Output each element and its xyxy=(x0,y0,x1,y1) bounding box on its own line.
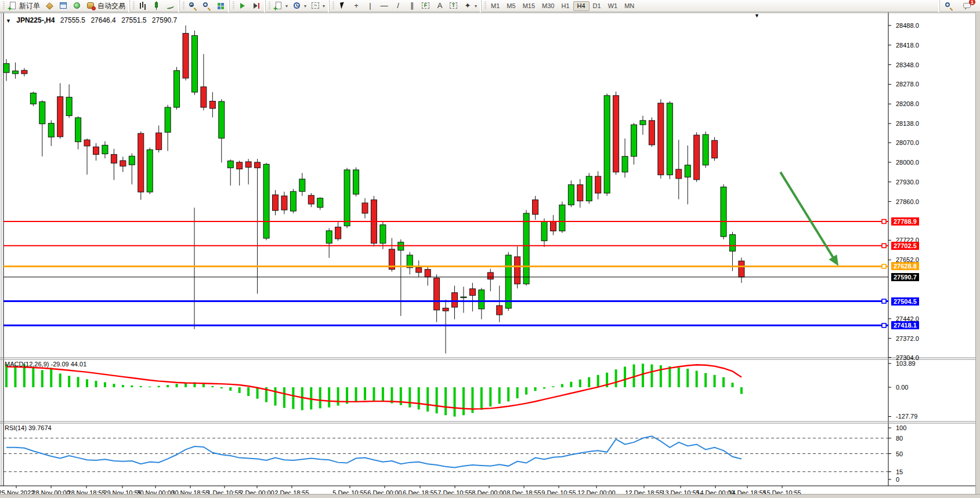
tile-windows-button[interactable] xyxy=(214,1,227,12)
y-axis-tick-label: 28278.0 xyxy=(896,81,919,88)
timeframe-button-w1[interactable]: W1 xyxy=(605,1,621,11)
rsi-axis-tick-label: 100 xyxy=(896,424,906,431)
macd-axis-tick-label: 103.89 xyxy=(896,360,916,367)
crosshair-button[interactable]: + xyxy=(349,1,363,12)
cursor-button[interactable] xyxy=(335,1,349,12)
main-toolbar: +新订单自动交易+-+▾▾~▾+|—/∥FAT✦▾M1M5M15M30H1H4D… xyxy=(0,0,980,12)
candle-body xyxy=(533,200,538,215)
text-button[interactable]: A xyxy=(433,1,447,12)
candle-body xyxy=(219,101,225,138)
new-chart-button[interactable]: +▾ xyxy=(272,1,290,12)
timeframe-button-m1[interactable]: M1 xyxy=(487,1,503,11)
support-line-1-handle[interactable] xyxy=(882,299,886,303)
chart-shift-marker[interactable]: ▼ xyxy=(754,13,760,19)
price-chart-canvas[interactable] xyxy=(0,12,980,498)
candle-body xyxy=(138,133,144,192)
bar-chart-button[interactable] xyxy=(136,1,150,12)
chart-shift-button[interactable] xyxy=(249,1,263,12)
window-edge-bottom xyxy=(0,494,980,498)
macd-histogram-bar xyxy=(50,368,52,387)
new-order-button[interactable]: +新订单 xyxy=(6,1,42,12)
trendline-button[interactable]: / xyxy=(391,1,405,12)
zoom-in-button[interactable]: + xyxy=(186,1,200,12)
candle-body xyxy=(156,133,162,150)
candle-body xyxy=(541,221,547,241)
timeframe-button-h1[interactable]: H1 xyxy=(558,1,573,11)
horizontal-line-icon: — xyxy=(379,1,389,10)
macd-histogram-bar xyxy=(686,369,689,387)
macd-histogram-bar xyxy=(704,373,707,387)
timeframe-button-d1[interactable]: D1 xyxy=(590,1,605,11)
candlestick-chart-button[interactable] xyxy=(150,1,164,12)
timeframe-button-m30[interactable]: M30 xyxy=(538,1,558,11)
rsi-axis-tick-label: 80 xyxy=(896,435,903,442)
data-window-button[interactable] xyxy=(56,1,70,12)
indicators-button[interactable]: ~▾ xyxy=(309,1,327,12)
timeframe-button-m15[interactable]: M15 xyxy=(519,1,538,11)
zoom-in-icon: + xyxy=(188,1,197,10)
cursor-icon xyxy=(338,1,347,10)
text-label-button[interactable]: T xyxy=(447,1,461,12)
chart-window[interactable]: ▼ JPN225-,H4 27555.5 27646.4 27551.5 275… xyxy=(0,12,980,498)
equidistant-channel-icon: ∥ xyxy=(407,1,417,10)
macd-histogram-bar xyxy=(579,380,581,387)
candle-body xyxy=(676,169,682,179)
arrows-button[interactable]: ✦▾ xyxy=(461,1,479,12)
macd-histogram-bar xyxy=(570,382,572,387)
equidistant-channel-button[interactable]: ∥ xyxy=(405,1,419,12)
candle-body xyxy=(434,278,440,310)
candle-body xyxy=(550,221,556,231)
timeframe-button-h4[interactable]: H4 xyxy=(573,1,590,11)
macd-histogram-bar xyxy=(714,375,716,387)
candle-body xyxy=(721,187,726,237)
rsi-indicator-label: RSI(14) 39.7674 xyxy=(5,424,52,431)
zoom-out-button[interactable]: - xyxy=(200,1,214,12)
macd-axis-tick-label: 0.00 xyxy=(896,384,908,391)
macd-histogram-bar xyxy=(238,387,241,393)
macd-histogram-bar xyxy=(382,387,384,402)
timeframe-button-m5[interactable]: M5 xyxy=(503,1,519,11)
candle-body xyxy=(209,101,215,108)
support-line-2-handle[interactable] xyxy=(882,323,886,328)
macd-histogram-bar xyxy=(740,387,743,394)
candle-body xyxy=(640,121,646,125)
macd-histogram-bar xyxy=(86,379,88,387)
macd-histogram-bar xyxy=(229,387,232,391)
macd-histogram-bar xyxy=(534,387,537,391)
candle-body xyxy=(694,135,700,180)
autotrading-button[interactable]: 自动交易 xyxy=(84,1,128,12)
macd-histogram-bar xyxy=(408,387,411,408)
candle-body xyxy=(281,196,287,210)
macd-histogram-bar xyxy=(462,387,465,415)
candle-body xyxy=(729,235,735,252)
fibonacci-button[interactable]: F xyxy=(419,1,433,12)
macd-histogram-bar xyxy=(319,387,321,408)
candle-body xyxy=(416,268,422,272)
candle-body xyxy=(335,227,341,239)
candle-body xyxy=(57,97,63,137)
auto-scroll-button[interactable] xyxy=(236,1,249,12)
market-watch-button[interactable] xyxy=(42,1,56,12)
search-button[interactable] xyxy=(942,1,956,12)
pivot-line-handle[interactable] xyxy=(882,264,886,268)
candle-body xyxy=(568,185,574,205)
navigator-button[interactable] xyxy=(70,1,84,12)
chat-button[interactable]: 1 xyxy=(960,1,974,12)
candle-body xyxy=(649,121,654,145)
resistance-line-2-handle[interactable] xyxy=(882,243,886,248)
vertical-line-button[interactable]: | xyxy=(363,1,377,12)
bar-chart-icon xyxy=(138,1,147,10)
horizontal-line-button[interactable]: — xyxy=(377,1,391,12)
timeframe-button-mn[interactable]: MN xyxy=(621,1,638,11)
line-chart-button[interactable] xyxy=(164,1,178,12)
candle-body xyxy=(3,64,9,72)
macd-histogram-bar xyxy=(731,383,733,387)
candle-body xyxy=(631,125,637,157)
candle-body xyxy=(443,308,449,311)
macd-histogram-bar xyxy=(418,387,420,409)
candle-body xyxy=(604,96,610,193)
macd-histogram-bar xyxy=(158,386,160,387)
profiles-button[interactable]: ▾ xyxy=(290,1,309,12)
resistance-line-1-handle[interactable] xyxy=(882,220,886,224)
collapse-quote-icon[interactable]: ▼ xyxy=(6,18,11,24)
